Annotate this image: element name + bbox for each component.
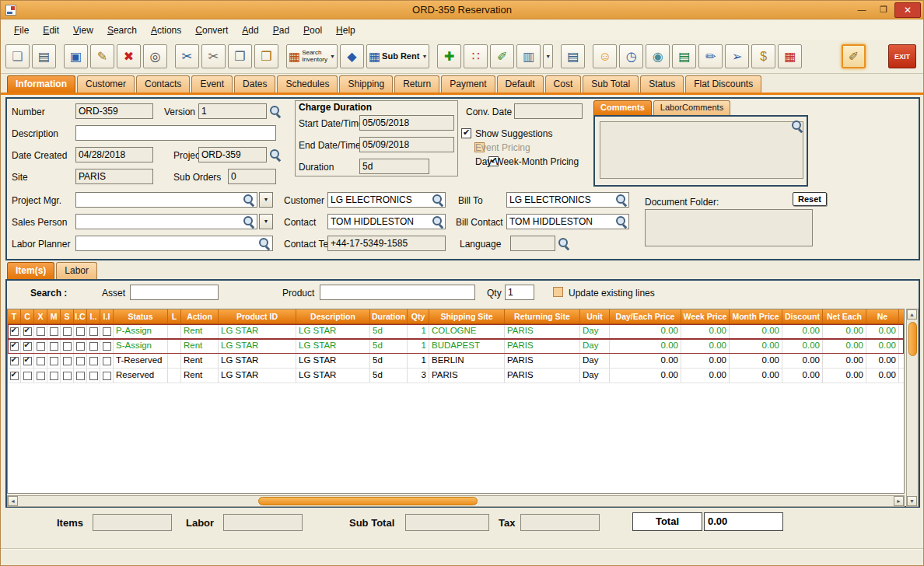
maximize-button[interactable]: ❐ <box>873 2 894 18</box>
cell-month-price[interactable]: 0.00 <box>730 339 782 353</box>
row-check-cell[interactable] <box>87 324 100 338</box>
row-checkbox[interactable] <box>76 372 85 380</box>
project-field[interactable]: ORD-359 <box>198 147 267 162</box>
minimize-button[interactable]: — <box>851 2 873 18</box>
cell-product-id[interactable]: LG STAR <box>219 369 296 383</box>
column-header-duration[interactable]: Duration <box>370 309 408 323</box>
row-checkbox[interactable] <box>23 372 32 380</box>
site-field[interactable]: PARIS <box>75 169 153 184</box>
row-checkbox[interactable] <box>37 342 45 351</box>
bill-to-search-icon[interactable] <box>615 194 627 205</box>
row-check-cell[interactable] <box>34 354 47 368</box>
cd-button[interactable]: ◉ <box>646 44 670 68</box>
menu-search[interactable]: Search <box>100 23 144 38</box>
cell-shipping-site[interactable]: BERLIN <box>429 354 505 368</box>
cell-month-price[interactable]: 0.00 <box>730 369 782 383</box>
exit-button[interactable]: EXIT <box>888 44 916 68</box>
vertical-scroll-thumb[interactable] <box>908 322 917 356</box>
row-check-cell[interactable] <box>21 369 34 383</box>
money-button[interactable]: $ <box>751 44 775 68</box>
version-search-icon[interactable] <box>269 105 281 117</box>
cell-qty[interactable]: 3 <box>408 369 429 383</box>
cell-action[interactable]: Rent <box>181 369 219 383</box>
row-check-cell[interactable] <box>100 324 114 338</box>
column-header-l[interactable]: L <box>168 309 181 323</box>
menu-convert[interactable]: Convert <box>188 23 235 38</box>
sales-person-search-icon[interactable] <box>243 215 254 227</box>
horizontal-scrollbar[interactable]: ◄ ► <box>7 495 905 507</box>
binoculars-button[interactable]: ◎ <box>143 44 167 68</box>
cell-duration[interactable]: 5d <box>370 354 408 368</box>
clock-button[interactable]: ◷ <box>619 44 643 68</box>
row-check-cell[interactable] <box>34 324 47 338</box>
row-check-cell[interactable] <box>87 339 100 353</box>
tab-status[interactable]: Status <box>640 75 684 93</box>
update-existing-lines-checkbox[interactable] <box>553 287 563 297</box>
reset-button[interactable]: Reset <box>793 192 827 206</box>
row-check-cell[interactable] <box>8 324 21 338</box>
column-header-m[interactable]: M <box>47 309 61 323</box>
tab-shipping[interactable]: Shipping <box>339 75 393 93</box>
column-header-discount[interactable]: Discount <box>782 309 823 323</box>
row-check-cell[interactable] <box>21 354 34 368</box>
print-labels-button[interactable]: ▤ <box>561 44 585 68</box>
cell-day-each-price[interactable]: 0.00 <box>610 339 681 353</box>
cubes-button[interactable]: ▦ <box>778 44 802 68</box>
qty-input[interactable]: 1 <box>505 285 534 300</box>
cell-status[interactable]: P-Assign <box>114 324 168 338</box>
row-check-cell[interactable] <box>100 354 114 368</box>
cell-week-price[interactable]: 0.00 <box>681 354 730 368</box>
table-row[interactable]: P-AssignRentLG STARLG STAR5d1COLOGNEPARI… <box>8 324 904 339</box>
cut-document-button[interactable]: ✂ <box>175 44 199 68</box>
row-checkbox[interactable] <box>37 357 45 365</box>
column-header-qty[interactable]: Qty <box>408 309 429 323</box>
row-checkbox[interactable] <box>89 357 98 365</box>
bill-to-field[interactable]: LG ELECTRONICS <box>506 192 629 208</box>
row-check-cell[interactable] <box>74 354 87 368</box>
row-check-cell[interactable] <box>8 339 21 353</box>
tab-payment[interactable]: Payment <box>441 75 495 93</box>
cell-duration[interactable]: 5d <box>370 324 408 338</box>
cell-net-each[interactable]: 0.00 <box>823 324 866 338</box>
scroll-up-icon[interactable]: ▲ <box>907 309 917 320</box>
table-row[interactable]: S-AssignRentLG STARLG STAR5d1BUDAPESTPAR… <box>8 339 904 354</box>
tab-dates[interactable]: Dates <box>234 75 275 93</box>
cell-qty[interactable]: 1 <box>408 339 429 353</box>
cell-action[interactable]: Rent <box>181 354 219 368</box>
column-header-net-each[interactable]: Net Each <box>823 309 866 323</box>
cell-day-each-price[interactable]: 0.00 <box>610 324 681 338</box>
row-checkbox[interactable] <box>63 327 72 336</box>
cell-duration[interactable]: 5d <box>370 339 408 353</box>
scroll-left-icon[interactable]: ◄ <box>8 496 18 506</box>
cell-product-id[interactable]: LG STAR <box>219 324 296 338</box>
search-inventory-button[interactable]: ▦Search Inventory▼ <box>286 44 338 68</box>
column-header-x[interactable]: X <box>34 309 47 323</box>
table-row[interactable]: ReservedRentLG STARLG STAR5d3PARISPARISD… <box>8 369 904 383</box>
row-checkbox[interactable] <box>10 342 19 351</box>
tab-comments[interactable]: Comments <box>593 100 652 115</box>
row-checkbox[interactable] <box>23 327 32 336</box>
column-header-t[interactable]: T <box>8 309 21 323</box>
row-checkbox[interactable] <box>76 357 85 365</box>
row-checkbox[interactable] <box>76 327 85 336</box>
cell-ne[interactable]: 0.00 <box>866 369 899 383</box>
cell-unit[interactable]: Day <box>580 369 610 383</box>
tab-default[interactable]: Default <box>497 75 544 93</box>
table-row[interactable]: T-ReservedRentLG STARLG STAR5d1BERLINPAR… <box>8 354 904 369</box>
document-folder-box[interactable] <box>645 209 813 246</box>
row-checkbox[interactable] <box>23 342 32 351</box>
language-field[interactable] <box>510 236 555 251</box>
cell-discount[interactable]: 0.00 <box>782 324 823 338</box>
row-checkbox[interactable] <box>37 372 45 380</box>
row-check-cell[interactable] <box>21 339 34 353</box>
cell-qty[interactable]: 1 <box>408 324 429 338</box>
cards-button[interactable]: ▥ <box>516 44 541 68</box>
cell-description[interactable]: LG STAR <box>296 324 370 338</box>
product-input[interactable] <box>320 285 475 300</box>
menu-actions[interactable]: Actions <box>144 23 188 38</box>
cell-qty[interactable]: 1 <box>408 354 429 368</box>
tab-information[interactable]: Information <box>7 75 75 93</box>
column-header-action[interactable]: Action <box>181 309 219 323</box>
cell-net-each[interactable]: 0.00 <box>823 369 866 383</box>
cell-ne[interactable]: 0.00 <box>866 339 899 353</box>
